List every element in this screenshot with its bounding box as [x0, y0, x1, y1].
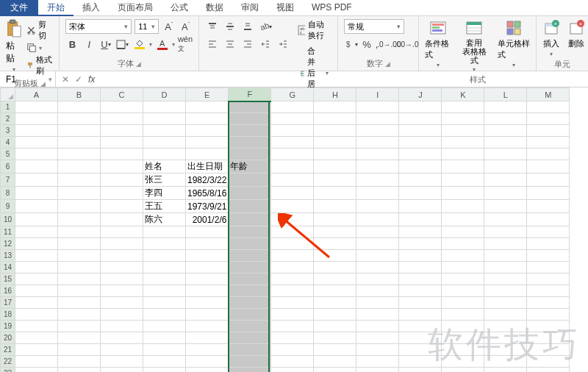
cell-H19[interactable] [314, 321, 356, 332]
cell-L1[interactable] [484, 101, 527, 113]
cell-C16[interactable] [101, 285, 143, 297]
cell-F1[interactable] [229, 101, 271, 113]
cancel-formula-icon[interactable]: ✕ [62, 74, 69, 85]
cell-K10[interactable] [442, 213, 484, 226]
row-header-2[interactable]: 2 [1, 113, 15, 125]
column-header-A[interactable]: A [15, 88, 58, 101]
cell-J16[interactable] [399, 285, 442, 297]
cell-D2[interactable] [143, 113, 186, 125]
cell-J14[interactable] [399, 262, 442, 273]
cell-H14[interactable] [314, 262, 356, 273]
cell-C12[interactable] [101, 238, 143, 250]
cell-A6[interactable] [15, 160, 58, 174]
italic-button[interactable]: I [82, 37, 96, 51]
cell-L6[interactable] [484, 160, 527, 174]
cell-L16[interactable] [484, 285, 527, 297]
format-painter-button[interactable]: 格式刷 [26, 54, 53, 76]
cell-I12[interactable] [356, 238, 399, 250]
cell-I17[interactable] [356, 297, 399, 309]
cell-A23[interactable] [15, 368, 58, 373]
cell-D10[interactable]: 陈六 [143, 213, 186, 226]
number-format-combo[interactable]: 常规▾ [344, 19, 404, 34]
cell-B6[interactable] [58, 160, 101, 174]
cell-F14[interactable] [229, 262, 271, 273]
cell-I16[interactable] [356, 285, 399, 297]
cell-G22[interactable] [271, 356, 314, 368]
cell-D18[interactable] [143, 309, 186, 321]
phonetic-button[interactable]: wén文 [178, 37, 193, 51]
cell-M4[interactable] [527, 137, 570, 149]
cell-K12[interactable] [442, 238, 484, 250]
cell-E20[interactable] [186, 332, 229, 344]
paste-button[interactable]: 粘贴 ▾ [6, 19, 22, 76]
row-header-12[interactable]: 12 [1, 238, 15, 250]
cell-M18[interactable] [527, 309, 570, 321]
cell-F5[interactable] [229, 149, 271, 160]
row-header-21[interactable]: 21 [1, 344, 15, 356]
cell-L15[interactable] [484, 273, 527, 285]
cell-G4[interactable] [271, 137, 314, 149]
cell-H5[interactable] [314, 149, 356, 160]
align-center-button[interactable] [223, 37, 237, 51]
cell-A22[interactable] [15, 356, 58, 368]
cell-L5[interactable] [484, 149, 527, 160]
cell-E8[interactable]: 1965/8/16 [186, 187, 229, 200]
cell-G7[interactable] [271, 174, 314, 187]
cell-E15[interactable] [186, 273, 229, 285]
cell-J9[interactable] [399, 200, 442, 213]
cell-M7[interactable] [527, 174, 570, 187]
percent-button[interactable]: % [362, 37, 372, 51]
row-header-3[interactable]: 3 [1, 125, 15, 137]
increase-font-button[interactable]: Aˆ [162, 19, 176, 34]
underline-button[interactable]: U▾ [99, 37, 113, 51]
cell-M1[interactable] [527, 101, 570, 113]
cell-K19[interactable] [442, 321, 484, 332]
cell-G2[interactable] [271, 113, 314, 125]
cell-B4[interactable] [58, 137, 101, 149]
row-header-10[interactable]: 10 [1, 213, 15, 226]
cell-G16[interactable] [271, 285, 314, 297]
cell-D11[interactable] [143, 226, 186, 238]
cell-C23[interactable] [101, 368, 143, 373]
cell-D15[interactable] [143, 273, 186, 285]
cell-G23[interactable] [271, 368, 314, 373]
cell-B16[interactable] [58, 285, 101, 297]
cell-E21[interactable] [186, 344, 229, 356]
cell-B5[interactable] [58, 149, 101, 160]
cell-J8[interactable] [399, 187, 442, 200]
cell-E9[interactable]: 1973/9/21 [186, 200, 229, 213]
cell-L4[interactable] [484, 137, 527, 149]
cell-H6[interactable] [314, 160, 356, 174]
column-header-D[interactable]: D [143, 88, 186, 101]
column-header-C[interactable]: C [101, 88, 143, 101]
format-table-button[interactable]: 套用 表格格式▾ [461, 19, 487, 73]
cell-I5[interactable] [356, 149, 399, 160]
cell-D23[interactable] [143, 368, 186, 373]
cell-L9[interactable] [484, 200, 527, 213]
cell-H1[interactable] [314, 101, 356, 113]
column-header-H[interactable]: H [314, 88, 356, 101]
cell-B8[interactable] [58, 187, 101, 200]
cell-L19[interactable] [484, 321, 527, 332]
cell-K1[interactable] [442, 101, 484, 113]
align-left-button[interactable] [205, 37, 220, 51]
cell-K22[interactable] [442, 356, 484, 368]
row-header-15[interactable]: 15 [1, 273, 15, 285]
worksheet[interactable]: ABCDEFGHIJKLM123456姓名出生日期年龄7张三1982/3/228… [0, 87, 588, 372]
cell-M5[interactable] [527, 149, 570, 160]
copy-button[interactable]: ▾ [26, 43, 53, 53]
cell-K21[interactable] [442, 344, 484, 356]
font-color-button[interactable]: A [155, 37, 169, 51]
cell-C9[interactable] [101, 200, 143, 213]
align-middle-button[interactable] [223, 19, 237, 34]
cell-A1[interactable] [15, 101, 58, 113]
cell-A9[interactable] [15, 200, 58, 213]
file-tab[interactable]: 文件 [0, 0, 38, 16]
cell-A5[interactable] [15, 149, 58, 160]
cell-D4[interactable] [143, 137, 186, 149]
row-header-14[interactable]: 14 [1, 262, 15, 273]
cell-K15[interactable] [442, 273, 484, 285]
cell-J20[interactable] [399, 332, 442, 344]
cell-G15[interactable] [271, 273, 314, 285]
column-header-L[interactable]: L [484, 88, 527, 101]
